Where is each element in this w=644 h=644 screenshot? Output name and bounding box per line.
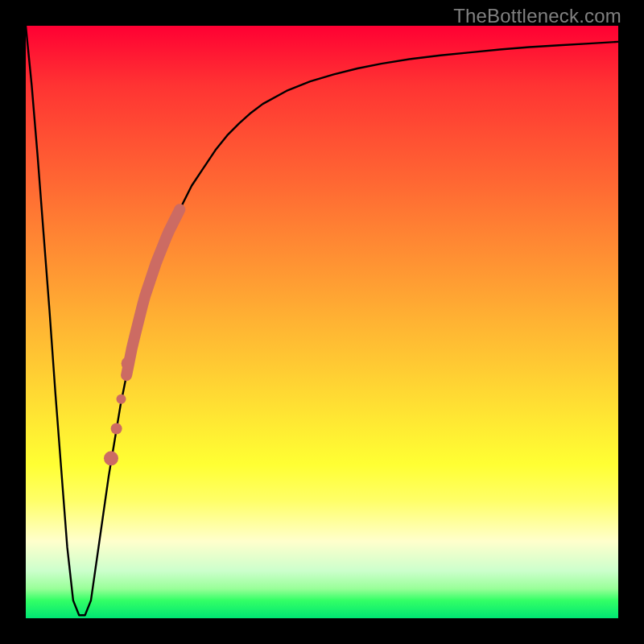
chart-svg bbox=[26, 26, 618, 618]
highlight-segment bbox=[126, 209, 180, 375]
bottleneck-curve bbox=[26, 26, 618, 615]
watermark-label: TheBottleneck.com bbox=[453, 5, 621, 27]
plot-area bbox=[26, 26, 618, 618]
highlight-dot bbox=[122, 357, 134, 370]
highlight-dot bbox=[111, 423, 122, 434]
chart-frame: TheBottleneck.com bbox=[0, 0, 644, 644]
highlight-dot bbox=[104, 451, 118, 465]
highlight-dot bbox=[117, 394, 126, 404]
